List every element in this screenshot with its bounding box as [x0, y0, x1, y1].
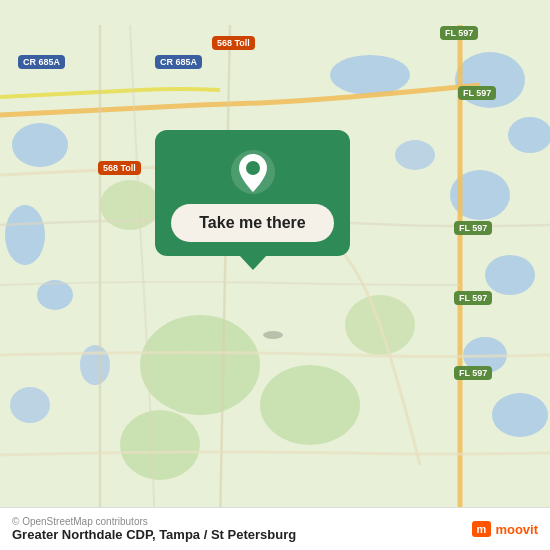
svg-point-20 [246, 161, 260, 175]
svg-point-0 [12, 123, 68, 167]
svg-point-18 [263, 331, 283, 339]
location-popup: Take me there [155, 130, 350, 256]
badge-fl597-4: FL 597 [454, 291, 492, 305]
bottom-bar: © OpenStreetMap contributors Greater Nor… [0, 507, 550, 550]
badge-cr685a-1: CR 685A [18, 55, 65, 69]
badge-568toll-1: 568 Toll [212, 36, 255, 50]
svg-point-13 [140, 315, 260, 415]
bottom-bar-left: © OpenStreetMap contributors Greater Nor… [12, 516, 296, 542]
take-me-there-button[interactable]: Take me there [171, 204, 334, 242]
svg-point-9 [330, 55, 410, 95]
badge-cr685a-2: CR 685A [155, 55, 202, 69]
map-svg [0, 0, 550, 550]
location-pin-icon [229, 148, 277, 196]
moovit-logo[interactable]: m moovit [472, 521, 538, 537]
moovit-icon: m [472, 521, 492, 537]
badge-fl597-2: FL 597 [458, 86, 496, 100]
badge-568toll-2: 568 Toll [98, 161, 141, 175]
svg-point-12 [10, 387, 50, 423]
badge-fl597-3: FL 597 [454, 221, 492, 235]
svg-point-15 [120, 410, 200, 480]
svg-point-11 [80, 345, 110, 385]
svg-point-4 [508, 117, 550, 153]
svg-point-1 [5, 205, 45, 265]
copyright-text: © OpenStreetMap contributors [12, 516, 296, 527]
svg-point-14 [260, 365, 360, 445]
svg-point-10 [395, 140, 435, 170]
svg-point-6 [485, 255, 535, 295]
moovit-text: moovit [495, 522, 538, 537]
svg-point-8 [492, 393, 548, 437]
badge-fl597-5: FL 597 [454, 366, 492, 380]
svg-point-17 [100, 180, 160, 230]
location-text: Greater Northdale CDP, Tampa / St Peters… [12, 527, 296, 542]
map-container: CR 685A CR 685A 568 Toll 568 Toll FL 597… [0, 0, 550, 550]
badge-fl597-1: FL 597 [440, 26, 478, 40]
